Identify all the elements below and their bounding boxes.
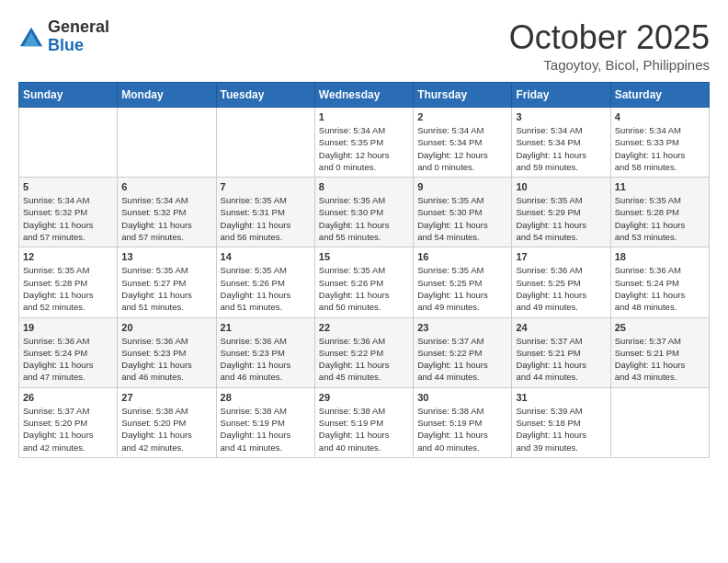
day-info: Sunrise: 5:35 AM Sunset: 5:27 PM Dayligh… — [121, 264, 211, 313]
calendar-day-cell: 30Sunrise: 5:38 AM Sunset: 5:19 PM Dayli… — [414, 387, 512, 457]
day-info: Sunrise: 5:38 AM Sunset: 5:20 PM Dayligh… — [121, 405, 211, 454]
calendar-week-row: 1Sunrise: 5:34 AM Sunset: 5:35 PM Daylig… — [19, 108, 710, 178]
calendar-day-cell: 24Sunrise: 5:37 AM Sunset: 5:21 PM Dayli… — [512, 317, 610, 387]
day-number: 21 — [221, 322, 311, 333]
page-header: General Blue October 2025 Tagoytoy, Bico… — [18, 18, 710, 73]
calendar-week-row: 12Sunrise: 5:35 AM Sunset: 5:28 PM Dayli… — [19, 247, 710, 317]
calendar-day-cell: 18Sunrise: 5:36 AM Sunset: 5:24 PM Dayli… — [610, 247, 709, 317]
day-info: Sunrise: 5:36 AM Sunset: 5:24 PM Dayligh… — [23, 335, 113, 384]
day-number: 20 — [121, 322, 211, 333]
weekday-header: Monday — [118, 83, 216, 108]
weekday-header: Thursday — [414, 83, 512, 108]
day-number: 26 — [23, 392, 113, 403]
day-info: Sunrise: 5:36 AM Sunset: 5:22 PM Dayligh… — [319, 335, 409, 384]
weekday-header: Sunday — [19, 83, 118, 108]
day-info: Sunrise: 5:35 AM Sunset: 5:30 PM Dayligh… — [319, 194, 409, 243]
day-number: 1 — [319, 111, 409, 122]
day-number: 14 — [221, 251, 311, 262]
day-info: Sunrise: 5:38 AM Sunset: 5:19 PM Dayligh… — [221, 405, 311, 454]
logo-blue: Blue — [48, 37, 109, 55]
day-number: 7 — [221, 181, 311, 192]
day-number: 4 — [615, 111, 705, 122]
day-number: 23 — [417, 322, 507, 333]
day-number: 24 — [516, 322, 606, 333]
calendar-day-cell: 14Sunrise: 5:35 AM Sunset: 5:26 PM Dayli… — [216, 247, 314, 317]
day-info: Sunrise: 5:34 AM Sunset: 5:32 PM Dayligh… — [23, 194, 113, 243]
calendar-day-cell: 4Sunrise: 5:34 AM Sunset: 5:33 PM Daylig… — [610, 108, 709, 178]
day-info: Sunrise: 5:34 AM Sunset: 5:34 PM Dayligh… — [417, 124, 507, 173]
day-number: 19 — [23, 322, 113, 333]
weekday-header: Saturday — [610, 83, 709, 108]
calendar-day-cell — [216, 108, 314, 178]
day-info: Sunrise: 5:36 AM Sunset: 5:25 PM Dayligh… — [516, 264, 606, 313]
day-number: 30 — [417, 392, 507, 403]
day-number: 25 — [615, 322, 705, 333]
day-info: Sunrise: 5:37 AM Sunset: 5:22 PM Dayligh… — [417, 335, 507, 384]
day-number: 29 — [319, 392, 409, 403]
calendar-day-cell: 27Sunrise: 5:38 AM Sunset: 5:20 PM Dayli… — [118, 387, 216, 457]
logo-general: General — [48, 18, 109, 37]
day-info: Sunrise: 5:37 AM Sunset: 5:20 PM Dayligh… — [23, 405, 113, 454]
calendar-day-cell: 16Sunrise: 5:35 AM Sunset: 5:25 PM Dayli… — [414, 247, 512, 317]
day-info: Sunrise: 5:37 AM Sunset: 5:21 PM Dayligh… — [516, 335, 606, 384]
weekday-header: Tuesday — [216, 83, 314, 108]
day-number: 28 — [221, 392, 311, 403]
day-number: 31 — [516, 392, 606, 403]
calendar-week-row: 5Sunrise: 5:34 AM Sunset: 5:32 PM Daylig… — [19, 178, 710, 247]
day-number: 10 — [516, 181, 606, 192]
day-number: 11 — [615, 181, 705, 192]
calendar-day-cell: 22Sunrise: 5:36 AM Sunset: 5:22 PM Dayli… — [314, 317, 413, 387]
day-info: Sunrise: 5:35 AM Sunset: 5:26 PM Dayligh… — [319, 264, 409, 313]
calendar-day-cell: 2Sunrise: 5:34 AM Sunset: 5:34 PM Daylig… — [414, 108, 512, 178]
day-info: Sunrise: 5:34 AM Sunset: 5:32 PM Dayligh… — [121, 194, 211, 243]
calendar-day-cell: 19Sunrise: 5:36 AM Sunset: 5:24 PM Dayli… — [19, 317, 118, 387]
day-number: 22 — [319, 322, 409, 333]
day-info: Sunrise: 5:35 AM Sunset: 5:25 PM Dayligh… — [417, 264, 507, 313]
calendar-day-cell: 23Sunrise: 5:37 AM Sunset: 5:22 PM Dayli… — [414, 317, 512, 387]
calendar-day-cell: 21Sunrise: 5:36 AM Sunset: 5:23 PM Dayli… — [216, 317, 314, 387]
calendar-day-cell: 28Sunrise: 5:38 AM Sunset: 5:19 PM Dayli… — [216, 387, 314, 457]
calendar-day-cell: 5Sunrise: 5:34 AM Sunset: 5:32 PM Daylig… — [19, 178, 118, 247]
day-info: Sunrise: 5:36 AM Sunset: 5:23 PM Dayligh… — [221, 335, 311, 384]
day-info: Sunrise: 5:36 AM Sunset: 5:24 PM Dayligh… — [615, 264, 705, 313]
calendar-day-cell: 3Sunrise: 5:34 AM Sunset: 5:34 PM Daylig… — [512, 108, 610, 178]
day-info: Sunrise: 5:35 AM Sunset: 5:30 PM Dayligh… — [417, 194, 507, 243]
day-number: 8 — [319, 181, 409, 192]
calendar-day-cell: 8Sunrise: 5:35 AM Sunset: 5:30 PM Daylig… — [314, 178, 413, 247]
calendar-day-cell: 13Sunrise: 5:35 AM Sunset: 5:27 PM Dayli… — [118, 247, 216, 317]
calendar-day-cell — [610, 387, 709, 457]
calendar-day-cell: 11Sunrise: 5:35 AM Sunset: 5:28 PM Dayli… — [610, 178, 709, 247]
calendar-day-cell: 1Sunrise: 5:34 AM Sunset: 5:35 PM Daylig… — [314, 108, 413, 178]
day-number: 2 — [417, 111, 507, 122]
day-info: Sunrise: 5:39 AM Sunset: 5:18 PM Dayligh… — [516, 405, 606, 454]
logo-text: General Blue — [48, 18, 109, 55]
day-info: Sunrise: 5:34 AM Sunset: 5:35 PM Dayligh… — [319, 124, 409, 173]
title-block: October 2025 Tagoytoy, Bicol, Philippine… — [509, 18, 710, 73]
calendar-day-cell: 7Sunrise: 5:35 AM Sunset: 5:31 PM Daylig… — [216, 178, 314, 247]
calendar-day-cell: 12Sunrise: 5:35 AM Sunset: 5:28 PM Dayli… — [19, 247, 118, 317]
day-info: Sunrise: 5:36 AM Sunset: 5:23 PM Dayligh… — [121, 335, 211, 384]
weekday-header: Friday — [512, 83, 610, 108]
day-info: Sunrise: 5:37 AM Sunset: 5:21 PM Dayligh… — [615, 335, 705, 384]
calendar-day-cell: 17Sunrise: 5:36 AM Sunset: 5:25 PM Dayli… — [512, 247, 610, 317]
day-info: Sunrise: 5:35 AM Sunset: 5:31 PM Dayligh… — [221, 194, 311, 243]
calendar-day-cell: 25Sunrise: 5:37 AM Sunset: 5:21 PM Dayli… — [610, 317, 709, 387]
day-number: 9 — [417, 181, 507, 192]
calendar-day-cell: 26Sunrise: 5:37 AM Sunset: 5:20 PM Dayli… — [19, 387, 118, 457]
day-info: Sunrise: 5:35 AM Sunset: 5:26 PM Dayligh… — [221, 264, 311, 313]
day-number: 27 — [121, 392, 211, 403]
day-number: 6 — [121, 181, 211, 192]
calendar-day-cell: 15Sunrise: 5:35 AM Sunset: 5:26 PM Dayli… — [314, 247, 413, 317]
day-number: 12 — [23, 251, 113, 262]
day-number: 15 — [319, 251, 409, 262]
location-title: Tagoytoy, Bicol, Philippines — [509, 57, 710, 73]
calendar-day-cell: 31Sunrise: 5:39 AM Sunset: 5:18 PM Dayli… — [512, 387, 610, 457]
calendar-day-cell: 20Sunrise: 5:36 AM Sunset: 5:23 PM Dayli… — [118, 317, 216, 387]
day-info: Sunrise: 5:38 AM Sunset: 5:19 PM Dayligh… — [417, 405, 507, 454]
logo: General Blue — [18, 18, 109, 55]
calendar-week-row: 19Sunrise: 5:36 AM Sunset: 5:24 PM Dayli… — [19, 317, 710, 387]
day-number: 5 — [23, 181, 113, 192]
calendar-day-cell — [19, 108, 118, 178]
calendar-day-cell: 9Sunrise: 5:35 AM Sunset: 5:30 PM Daylig… — [414, 178, 512, 247]
calendar-week-row: 26Sunrise: 5:37 AM Sunset: 5:20 PM Dayli… — [19, 387, 710, 457]
